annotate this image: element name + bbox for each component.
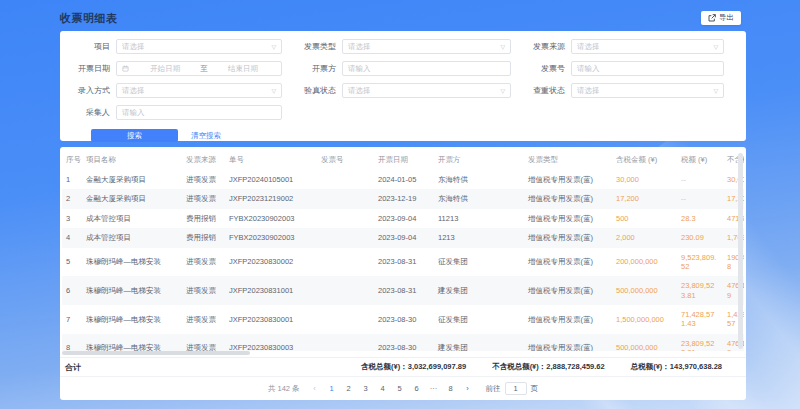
filter-label: 验真状态 — [294, 85, 342, 96]
table-row: 2金融大厦采购项目进项发票JXFP202312190022023-12-19东海… — [62, 189, 744, 208]
page-numbers: 123456···8 — [327, 384, 456, 393]
chevron-down-icon: ▽ — [500, 44, 505, 50]
invoice-table-wrap: 序号项目名称发票来源单号发票号开票日期开票方发票类型含税金额 (¥)税额 (¥)… — [62, 151, 744, 351]
goto-page: 前往 页 — [486, 382, 539, 395]
filter-panel: 项目 请选择 ▽ 发票类型 请选择 ▽ 发票来源 请选择 ▽ — [60, 31, 746, 141]
column-header: 项目名称 — [82, 151, 182, 170]
issuer-input[interactable]: 请输入 — [342, 61, 511, 76]
chevron-down-icon: ▽ — [500, 88, 505, 94]
project-select[interactable]: 请选择 ▽ — [116, 39, 282, 54]
table-cell: 珠穆朗玛峰—电梯安装 — [82, 305, 182, 334]
page-number[interactable]: 2 — [344, 384, 354, 393]
table-row: 8珠穆朗玛峰—电梯安装进项发票JXFP202308300032023-08-30… — [62, 334, 744, 351]
filter-label: 发票号 — [523, 63, 571, 74]
export-button-label: 导出 — [719, 13, 734, 23]
dup-status-select[interactable]: 请选择 ▽ — [571, 83, 724, 98]
table-cell — [317, 228, 374, 247]
collector-input[interactable]: 请输入 — [116, 105, 282, 120]
table-cell: 金融大厦采购项目 — [82, 170, 182, 189]
table-cell — [317, 334, 374, 351]
total-tax: 总税额(¥)：143,970,638.28 — [631, 362, 722, 372]
table-cell: 5 — [62, 248, 82, 277]
verify-status-select[interactable]: 请选择 ▽ — [342, 83, 511, 98]
table-cell: JXFP20230830003 — [225, 334, 317, 351]
input-placeholder: 请输入 — [122, 108, 276, 118]
filter-issuer: 开票方 请输入 — [294, 61, 523, 76]
table-cell: 23,809,523.81 — [677, 276, 723, 305]
page-number[interactable]: 3 — [361, 384, 371, 393]
select-placeholder: 请选择 — [348, 42, 500, 52]
table-cell: 费用报销 — [182, 209, 225, 228]
page-number[interactable]: 5 — [395, 384, 405, 393]
table-cell: -- — [677, 170, 723, 189]
table-row: 4成本管控项目费用报销FYBX202309020032023-09-041213… — [62, 228, 744, 247]
column-header: 发票号 — [317, 151, 374, 170]
table-cell: 17,200 — [612, 189, 677, 208]
column-header: 发票来源 — [182, 151, 225, 170]
table-cell: JXFP20240105001 — [225, 170, 317, 189]
table-cell: 23,809,523.81 — [677, 334, 723, 351]
select-placeholder: 请选择 — [122, 42, 271, 52]
filter-actions: 搜索 清空搜索 — [91, 129, 736, 142]
table-cell: 增值税专用发票(蓝) — [524, 170, 612, 189]
table-cell: 71,428,571.43 — [677, 305, 723, 334]
select-placeholder: 请选择 — [577, 86, 713, 96]
table-cell: 230.09 — [677, 228, 723, 247]
table-cell: 2 — [62, 189, 82, 208]
filter-invoice-no: 发票号 请输入 — [523, 61, 736, 76]
filter-verify-status: 验真状态 请选择 ▽ — [294, 83, 523, 98]
page-header: 收票明细表 导出 — [60, 7, 741, 29]
total-count: 共 142 条 — [268, 384, 300, 394]
table-cell — [317, 248, 374, 277]
prev-page-button[interactable]: ‹ — [310, 384, 320, 393]
filter-label: 发票来源 — [523, 41, 571, 52]
table-cell: 2023-09-04 — [374, 209, 434, 228]
summary-totals: 含税总额(¥)：3,032,699,097.89 不含税总额(¥)：2,888,… — [361, 362, 722, 372]
table-cell: 2023-12-19 — [374, 189, 434, 208]
table-cell: FYBX20230902003 — [225, 209, 317, 228]
page-number[interactable]: 8 — [446, 384, 456, 393]
table-cell: 2024-01-05 — [374, 170, 434, 189]
entry-method-select[interactable]: 请选择 ▽ — [116, 83, 282, 98]
clear-search-link[interactable]: 清空搜索 — [191, 131, 221, 141]
page-number[interactable]: 1 — [327, 384, 337, 393]
filter-label: 开票方 — [294, 63, 342, 74]
table-cell — [317, 189, 374, 208]
table-cell: 500,000,000 — [612, 276, 677, 305]
table-cell: 进项发票 — [182, 189, 225, 208]
column-header: 开票日期 — [374, 151, 434, 170]
export-button[interactable]: 导出 — [701, 11, 741, 25]
table-row: 6珠穆朗玛峰—电梯安装进项发票JXFP202308310012023-08-31… — [62, 276, 744, 305]
invoice-no-input[interactable]: 请输入 — [571, 61, 724, 76]
export-icon — [708, 14, 716, 22]
date-range-picker[interactable]: 开始日期 至 结束日期 — [116, 61, 282, 76]
table-cell: 进项发票 — [182, 305, 225, 334]
column-header: 发票类型 — [524, 151, 612, 170]
vertical-scrollbar[interactable] — [738, 153, 743, 349]
invoice-source-select[interactable]: 请选择 ▽ — [571, 39, 724, 54]
table-cell: 东海特供 — [434, 170, 524, 189]
table-cell: 30,000 — [612, 170, 677, 189]
horizontal-scrollbar[interactable] — [62, 351, 250, 355]
goto-label: 前往 — [486, 384, 501, 394]
table-cell: JXFP20230831001 — [225, 276, 317, 305]
select-placeholder: 请选择 — [122, 86, 271, 96]
goto-page-input[interactable] — [505, 382, 527, 395]
date-range-separator: 至 — [198, 64, 210, 74]
filter-label: 发票类型 — [294, 41, 342, 52]
column-header: 开票方 — [434, 151, 524, 170]
search-button[interactable]: 搜索 — [91, 129, 178, 142]
table-cell: JXFP20230830001 — [225, 305, 317, 334]
next-page-button[interactable]: › — [463, 384, 473, 393]
table-cell: 9,523,809.52 — [677, 248, 723, 277]
page-number[interactable]: 4 — [378, 384, 388, 393]
select-placeholder: 请选择 — [348, 86, 500, 96]
invoice-table-panel: 序号项目名称发票来源单号发票号开票日期开票方发票类型含税金额 (¥)税额 (¥)… — [60, 147, 746, 400]
invoice-type-select[interactable]: 请选择 ▽ — [342, 39, 511, 54]
table-cell: 2023-08-30 — [374, 334, 434, 351]
invoice-detail-page: 收票明细表 导出 项目 请选择 ▽ 发票类型 请选择 — [0, 0, 800, 409]
page-number[interactable]: 6 — [412, 384, 422, 393]
table-cell: 2023-08-31 — [374, 276, 434, 305]
table-cell — [317, 209, 374, 228]
table-header-row: 序号项目名称发票来源单号发票号开票日期开票方发票类型含税金额 (¥)税额 (¥)… — [62, 151, 744, 170]
